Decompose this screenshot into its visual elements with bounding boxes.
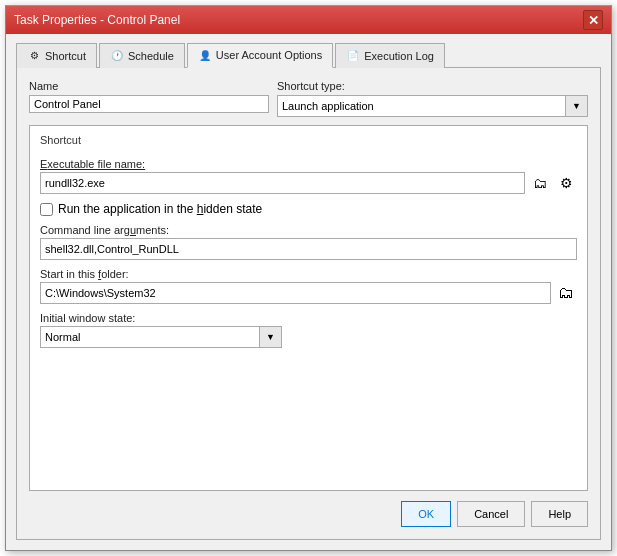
user-account-tab-icon: 👤 [198,48,212,62]
shortcut-type-group: Shortcut type: Launch application ▼ [277,80,588,117]
name-label: Name [29,80,269,92]
cmd-input[interactable] [40,238,577,260]
window-state-section: Initial window state: Normal ▼ [40,312,577,348]
exe-input-row: 🗂 ⚙ [40,172,577,194]
content-area: Name Shortcut type: Launch application ▼… [16,68,601,540]
folder-input[interactable] [40,282,551,304]
tab-execution-log[interactable]: 📄 Execution Log [335,43,445,68]
exe-label: Executable file name: [40,158,577,170]
cmd-label: Command line arguments: [40,224,577,236]
window-title: Task Properties - Control Panel [14,13,583,27]
spacer [40,356,577,482]
gear-icon[interactable]: ⚙ [555,172,577,194]
tab-shortcut[interactable]: ⚙ Shortcut [16,43,97,68]
close-button[interactable]: ✕ [583,10,603,30]
folder-section: Start in this folder: 🗂 [40,268,577,304]
tab-execution-log-label: Execution Log [364,50,434,62]
folder-label: Start in this folder: [40,268,577,280]
hidden-state-row: Run the application in the hidden state [40,202,577,216]
shortcut-type-label: Shortcut type: [277,80,588,92]
help-button[interactable]: Help [531,501,588,527]
shortcut-type-value[interactable]: Launch application [277,95,566,117]
tab-user-account[interactable]: 👤 User Account Options [187,43,333,68]
window-state-dropdown: Normal ▼ [40,326,577,348]
tab-user-account-label: User Account Options [216,49,322,61]
tab-shortcut-label: Shortcut [45,50,86,62]
shortcut-type-dropdown: Launch application ▼ [277,95,588,117]
folder-input-row: 🗂 [40,282,577,304]
window-state-arrow[interactable]: ▼ [260,326,282,348]
cancel-button[interactable]: Cancel [457,501,525,527]
hidden-state-checkbox[interactable] [40,203,53,216]
tab-bar: ⚙ Shortcut 🕐 Schedule 👤 User Account Opt… [16,42,601,68]
exe-input[interactable] [40,172,525,194]
cmd-section: Command line arguments: [40,224,577,260]
window-state-value[interactable]: Normal [40,326,260,348]
name-input[interactable] [29,95,269,113]
window-body: ⚙ Shortcut 🕐 Schedule 👤 User Account Opt… [6,34,611,550]
name-field-group: Name [29,80,269,113]
hidden-state-label: Run the application in the hidden state [58,202,262,216]
shortcut-tab-icon: ⚙ [27,49,41,63]
task-properties-window: Task Properties - Control Panel ✕ ⚙ Shor… [5,5,612,551]
title-bar: Task Properties - Control Panel ✕ [6,6,611,34]
header-row: Name Shortcut type: Launch application ▼ [29,80,588,117]
window-state-label: Initial window state: [40,312,577,324]
browse-folder-icon[interactable]: 🗂 [555,282,577,304]
schedule-tab-icon: 🕐 [110,49,124,63]
tab-schedule-label: Schedule [128,50,174,62]
bottom-buttons: OK Cancel Help [29,501,588,527]
shortcut-box: Shortcut Executable file name: 🗂 ⚙ Run [29,125,588,491]
ok-button[interactable]: OK [401,501,451,527]
exe-section: Executable file name: 🗂 ⚙ [40,158,577,194]
tab-schedule[interactable]: 🕐 Schedule [99,43,185,68]
browse-exe-icon[interactable]: 🗂 [529,172,551,194]
shortcut-section-label: Shortcut [40,134,577,146]
shortcut-type-arrow[interactable]: ▼ [566,95,588,117]
execution-log-tab-icon: 📄 [346,49,360,63]
